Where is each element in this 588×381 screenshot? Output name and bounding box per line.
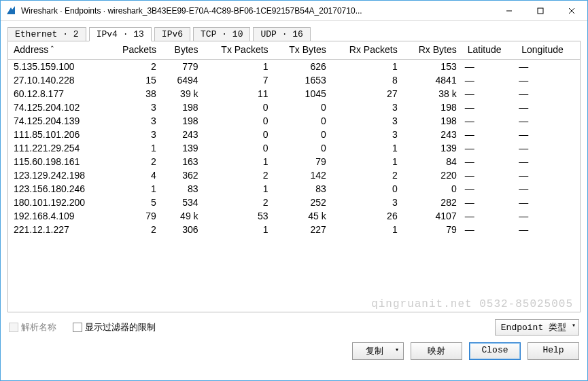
endpoints-table-wrap[interactable]: Address⌃PacketsBytesTx PacketsTx BytesRx… [7,41,581,312]
col-tx-bytes[interactable]: Tx Bytes [274,41,332,60]
cell-lon: — [516,87,580,101]
tab-ipv4[interactable]: IPv4 · 13 [89,27,152,41]
close-button[interactable] [556,1,587,21]
tab-udp[interactable]: UDP · 16 [253,27,310,41]
cell-rxb: 4107 [403,209,462,223]
cell-rxb: 198 [403,101,462,114]
cell-lat: — [462,223,517,236]
cell-lat: — [462,128,517,141]
limit-filter-checkbox[interactable]: 显示过滤器的限制 [73,321,156,333]
cell-packets: 1 [107,182,162,196]
cell-packets: 5 [107,196,162,209]
cell-rxp: 1 [332,60,403,74]
resolve-names-checkbox[interactable]: 解析名称 [9,321,56,333]
cell-txp: 7 [204,73,274,87]
cell-rxb: 243 [403,128,462,141]
cell-txp: 1 [204,155,274,168]
maximize-button[interactable] [525,1,556,21]
cell-txp: 11 [204,87,274,101]
cell-rxb: 220 [403,168,462,182]
cell-txb: 227 [274,223,332,236]
cell-txp: 1 [204,182,274,196]
cell-txp: 0 [204,114,274,128]
table-row[interactable]: 74.125.204.1023198003198—— [8,101,580,114]
close-dialog-button[interactable]: Close [469,342,521,360]
minimize-button[interactable] [494,1,525,21]
cell-rxp: 1 [332,155,403,168]
copy-button[interactable]: 复制 [352,342,404,360]
cell-txb: 1653 [274,73,332,87]
cell-rxb: 139 [403,141,462,155]
table-row[interactable]: 192.168.4.1097949 k5345 k264107—— [8,209,580,223]
table-row[interactable]: 27.10.140.2281564947165384841—— [8,73,580,87]
cell-rxp: 0 [332,182,403,196]
cell-packets: 3 [107,128,162,141]
col-longitude[interactable]: Longitude [516,41,580,60]
col-rx-packets[interactable]: Rx Packets [332,41,403,60]
limit-filter-label: 显示过滤器的限制 [85,321,156,333]
col-bytes[interactable]: Bytes [162,41,204,60]
cell-lat: — [462,73,517,87]
tab-ipv6[interactable]: IPv6 [154,27,190,41]
cell-packets: 4 [107,168,162,182]
cell-lat: — [462,168,517,182]
svg-rect-1 [538,8,543,14]
cell-lon: — [516,223,580,236]
cell-txb: 0 [274,141,332,155]
cell-rxb: 282 [403,196,462,209]
checkbox-icon [73,323,82,332]
cell-lat: — [462,114,517,128]
endpoint-type-combo[interactable]: Endpoint 类型 [495,319,579,335]
cell-rxp: 26 [332,209,403,223]
table-row[interactable]: 115.60.198.1612163179184—— [8,155,580,168]
col-latitude[interactable]: Latitude [462,41,517,60]
cell-txp: 1 [204,60,274,74]
cell-txb: 83 [274,182,332,196]
cell-packets: 1 [107,141,162,155]
map-button[interactable]: 映射 [411,342,462,360]
tab-tcp[interactable]: TCP · 10 [193,27,250,41]
cell-lon: — [516,73,580,87]
cell-rxb: 0 [403,182,462,196]
table-row[interactable]: 123.129.242.198436221422220—— [8,168,580,182]
cell-lon: — [516,182,580,196]
cell-txp: 2 [204,196,274,209]
cell-bytes: 198 [162,101,204,114]
table-row[interactable]: 60.12.8.1773839 k1110452738 k—— [8,87,580,101]
cell-rxp: 1 [332,223,403,236]
cell-bytes: 534 [162,196,204,209]
cell-addr: 123.156.180.246 [8,182,107,196]
tab-ethernet[interactable]: Ethernet · 2 [7,27,86,41]
cell-packets: 79 [107,209,162,223]
table-row[interactable]: 221.12.1.22723061227179—— [8,223,580,236]
cell-lon: — [516,155,580,168]
cell-packets: 15 [107,73,162,87]
cell-packets: 2 [107,223,162,236]
col-address[interactable]: Address⌃ [8,41,107,60]
cell-rxb: 4841 [403,73,462,87]
table-row[interactable]: 123.156.180.24618318300—— [8,182,580,196]
cell-addr: 115.60.198.161 [8,155,107,168]
help-button[interactable]: Help [528,342,579,360]
table-row[interactable]: 111.85.101.2063243003243—— [8,128,580,141]
table-row[interactable]: 111.221.29.2541139001139—— [8,141,580,155]
cell-txb: 45 k [274,209,332,223]
col-rx-bytes[interactable]: Rx Bytes [403,41,462,60]
cell-txb: 252 [274,196,332,209]
col-tx-packets[interactable]: Tx Packets [204,41,274,60]
cell-rxp: 3 [332,128,403,141]
table-row[interactable]: 5.135.159.100277916261153—— [8,60,580,74]
cell-bytes: 243 [162,128,204,141]
cell-lat: — [462,155,517,168]
table-row[interactable]: 180.101.192.200553422523282—— [8,196,580,209]
cell-lat: — [462,182,517,196]
cell-bytes: 362 [162,168,204,182]
cell-packets: 2 [107,60,162,74]
cell-lon: — [516,60,580,74]
cell-rxb: 153 [403,60,462,74]
cell-packets: 38 [107,87,162,101]
table-row[interactable]: 74.125.204.1393198003198—— [8,114,580,128]
cell-addr: 192.168.4.109 [8,209,107,223]
col-packets[interactable]: Packets [107,41,162,60]
cell-lat: — [462,60,517,74]
